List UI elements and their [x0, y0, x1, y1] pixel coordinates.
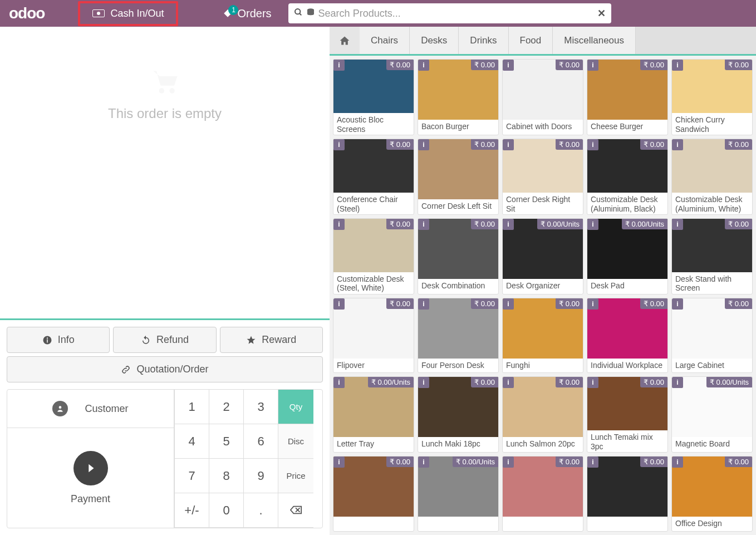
- info-icon[interactable]: i: [672, 139, 683, 150]
- search-bar: ✕: [288, 3, 611, 23]
- product-card[interactable]: i ₹ 0.00 Desk Stand with Screen: [671, 218, 753, 295]
- info-icon[interactable]: i: [503, 60, 514, 71]
- key-3[interactable]: 3: [243, 390, 278, 424]
- product-card[interactable]: i ₹ 0.00 Lunch Temaki mix 3pc: [587, 376, 668, 453]
- product-card[interactable]: i ₹ 0.00 Lunch Salmon 20pc: [502, 376, 583, 453]
- mode-qty[interactable]: Qty: [278, 390, 313, 424]
- info-icon[interactable]: i: [333, 219, 345, 230]
- info-icon[interactable]: i: [503, 219, 514, 230]
- key-plusminus[interactable]: +/-: [174, 493, 209, 528]
- key-0[interactable]: 0: [209, 493, 243, 528]
- info-icon[interactable]: i: [333, 377, 345, 388]
- category-chairs[interactable]: Chairs: [360, 27, 410, 54]
- product-card[interactable]: i ₹ 0.00 Cabinet with Doors: [502, 59, 583, 135]
- home-category[interactable]: [330, 27, 360, 54]
- customer-button[interactable]: Customer: [7, 390, 174, 428]
- info-icon[interactable]: i: [418, 60, 429, 71]
- product-card[interactable]: i ₹ 0.00 Desk Combination: [418, 218, 499, 295]
- info-icon[interactable]: i: [503, 377, 514, 388]
- product-price: ₹ 0.00: [725, 60, 752, 70]
- mode-price[interactable]: Price: [278, 459, 313, 493]
- product-price: ₹ 0.00: [556, 298, 583, 309]
- product-card[interactable]: i ₹ 0.00: [333, 456, 414, 532]
- info-icon[interactable]: i: [418, 219, 429, 230]
- product-card[interactable]: i ₹ 0.00 Conference Chair (Steel): [333, 139, 414, 215]
- refund-button[interactable]: Refund: [113, 327, 216, 353]
- product-card[interactable]: i ₹ 0.00 Chicken Curry Sandwich: [671, 59, 753, 135]
- product-card[interactable]: i ₹ 0.00 Flipover: [333, 298, 414, 374]
- clear-search-icon[interactable]: ✕: [597, 7, 606, 19]
- info-icon[interactable]: i: [418, 377, 429, 388]
- product-card[interactable]: i ₹ 0.00 Cheese Burger: [587, 59, 668, 135]
- category-food[interactable]: Food: [509, 27, 553, 54]
- quotation-button[interactable]: Quotation/Order: [7, 356, 323, 382]
- key-backspace[interactable]: [278, 493, 313, 528]
- key-7[interactable]: 7: [174, 459, 209, 493]
- info-icon[interactable]: i: [587, 219, 598, 230]
- reward-button[interactable]: Reward: [220, 327, 323, 353]
- cash-in-out-button[interactable]: Cash In/Out: [78, 1, 178, 26]
- info-icon[interactable]: i: [503, 139, 514, 150]
- product-price: ₹ 0.00: [471, 60, 498, 70]
- info-icon[interactable]: i: [503, 298, 514, 310]
- info-icon[interactable]: i: [587, 139, 598, 150]
- category-miscellaneous[interactable]: Miscellaneous: [553, 27, 636, 54]
- info-icon[interactable]: i: [333, 457, 345, 468]
- product-card[interactable]: i ₹ 0.00 Funghi: [502, 298, 583, 374]
- info-icon[interactable]: i: [672, 60, 683, 71]
- info-icon[interactable]: i: [587, 377, 598, 388]
- info-icon[interactable]: i: [672, 457, 683, 468]
- info-icon[interactable]: i: [333, 298, 345, 310]
- info-icon[interactable]: i: [587, 60, 598, 71]
- product-card[interactable]: i ₹ 0.00/Units Desk Pad: [587, 218, 668, 295]
- key-8[interactable]: 8: [209, 459, 243, 493]
- product-card[interactable]: i ₹ 0.00/Units Desk Organizer: [502, 218, 583, 295]
- product-card[interactable]: i ₹ 0.00: [502, 456, 583, 532]
- product-card[interactable]: i ₹ 0.00 Acoustic Bloc Screens: [333, 59, 414, 135]
- empty-order-text: This order is empty: [108, 106, 222, 121]
- info-icon[interactable]: i: [333, 60, 345, 71]
- product-card[interactable]: i ₹ 0.00 Lunch Maki 18pc: [418, 376, 499, 453]
- info-icon[interactable]: i: [418, 457, 429, 468]
- payment-button[interactable]: Payment: [7, 428, 174, 528]
- info-icon[interactable]: i: [672, 377, 683, 388]
- info-icon[interactable]: i: [418, 139, 429, 150]
- key-dot[interactable]: .: [243, 493, 278, 528]
- category-desks[interactable]: Desks: [410, 27, 459, 54]
- info-icon[interactable]: i: [587, 457, 598, 468]
- key-6[interactable]: 6: [243, 424, 278, 459]
- product-card[interactable]: i ₹ 0.00 Individual Workplace: [587, 298, 668, 374]
- product-card[interactable]: i ₹ 0.00 Four Person Desk: [418, 298, 499, 374]
- product-card[interactable]: i ₹ 0.00 Customizable Desk (Aluminium, W…: [671, 139, 753, 215]
- info-icon[interactable]: i: [587, 298, 598, 310]
- info-icon[interactable]: i: [418, 298, 429, 310]
- product-card[interactable]: i ₹ 0.00 Office Design: [671, 456, 753, 532]
- search-input[interactable]: [318, 8, 594, 19]
- info-icon[interactable]: i: [503, 457, 514, 468]
- product-card[interactable]: i ₹ 0.00/Units Magnetic Board: [671, 376, 753, 453]
- product-name: Cheese Burger: [587, 120, 667, 134]
- keypad-area: Customer Payment 1 2 3 Qty 4 5 6 Disc 7: [7, 389, 323, 528]
- product-card[interactable]: i ₹ 0.00/Units: [418, 456, 499, 532]
- info-icon[interactable]: i: [672, 219, 683, 230]
- product-card[interactable]: i ₹ 0.00 Customizable Desk (Steel, White…: [333, 218, 414, 295]
- key-5[interactable]: 5: [209, 424, 243, 459]
- product-card[interactable]: i ₹ 0.00: [587, 456, 668, 532]
- product-card[interactable]: i ₹ 0.00 Customizable Desk (Aluminium, B…: [587, 139, 668, 215]
- product-name: Four Person Desk: [418, 359, 498, 373]
- mode-disc[interactable]: Disc: [278, 424, 313, 459]
- product-card[interactable]: i ₹ 0.00 Corner Desk Right Sit: [502, 139, 583, 215]
- orders-button[interactable]: 1 Orders: [223, 7, 271, 20]
- info-icon[interactable]: i: [672, 298, 683, 310]
- info-button[interactable]: Info: [7, 327, 110, 353]
- product-card[interactable]: i ₹ 0.00/Units Letter Tray: [333, 376, 414, 453]
- product-card[interactable]: i ₹ 0.00 Corner Desk Left Sit: [418, 139, 499, 215]
- key-9[interactable]: 9: [243, 459, 278, 493]
- product-card[interactable]: i ₹ 0.00 Large Cabinet: [671, 298, 753, 374]
- category-drinks[interactable]: Drinks: [459, 27, 508, 54]
- info-icon[interactable]: i: [333, 139, 345, 150]
- key-2[interactable]: 2: [209, 390, 243, 424]
- key-1[interactable]: 1: [174, 390, 209, 424]
- key-4[interactable]: 4: [174, 424, 209, 459]
- product-card[interactable]: i ₹ 0.00 Bacon Burger: [418, 59, 499, 135]
